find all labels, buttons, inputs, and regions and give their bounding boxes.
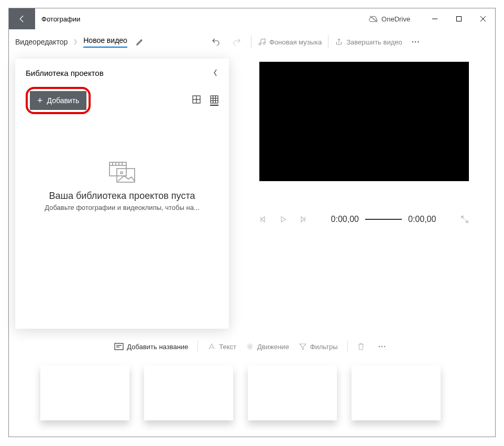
fullscreen-button[interactable] [461,215,469,224]
minimize-button[interactable] [423,8,447,29]
close-icon [480,16,486,22]
svg-point-8 [414,41,415,42]
add-highlight: + Добавить [26,87,91,114]
view-small-button[interactable] [210,95,218,106]
chevron-right-icon [73,38,78,46]
maximize-button[interactable] [447,8,471,29]
onedrive-status[interactable]: OneDrive [369,15,410,23]
text-icon [207,342,216,351]
maximize-icon [456,16,462,22]
storyboard-slot[interactable] [144,365,233,420]
close-button[interactable] [471,8,495,29]
motion-icon [246,342,254,351]
back-button[interactable] [9,8,35,29]
svg-point-9 [418,41,419,42]
minimize-icon [432,16,438,22]
more-button[interactable] [411,37,423,47]
redo-button[interactable] [232,37,245,47]
library-panel: Библиотека проектов + Добавить [15,59,229,329]
storyboard-toolbar: Добавить название Текст Движение Фильтры [9,335,495,358]
collapse-button[interactable] [212,68,218,77]
text-label: Текст [219,343,236,351]
motion-label: Движение [257,343,289,351]
app-window: Фотографии OneDrive Видеоредактор Новое … [8,8,496,437]
finish-label: Завершить видео [346,38,402,46]
toolbar-separator [328,35,328,49]
seek-bar[interactable] [365,219,402,220]
add-title-label: Добавить название [127,343,188,351]
pencil-icon [136,38,144,46]
edit-name-button[interactable] [136,38,144,46]
cloud-off-icon [369,15,378,23]
export-icon [335,38,343,46]
filters-label: Фильтры [310,343,338,351]
play-icon [279,216,287,223]
add-button[interactable]: + Добавить [30,91,86,110]
storyboard-slot[interactable] [248,365,337,420]
svg-rect-28 [115,343,123,350]
text-button[interactable]: Текст [207,342,236,351]
delete-button[interactable] [357,342,368,351]
svg-rect-18 [109,162,126,176]
titlebar: Фотографии OneDrive [9,8,495,29]
svg-point-32 [378,346,379,347]
play-button[interactable] [279,216,287,223]
ellipsis-icon [377,342,387,351]
svg-point-5 [259,43,261,45]
storyboard [9,358,495,437]
view-toggles [192,95,218,106]
grid-small-icon [210,95,218,104]
time-display: 0:00,00 0:00,00 [331,215,436,224]
empty-subtitle: Добавьте фотографии и видеоклипы, чтобы … [45,204,199,211]
main-area: Библиотека проектов + Добавить [9,54,495,335]
total-time: 0:00,00 [408,215,436,224]
bg-music-label: Фоновая музыка [269,38,322,46]
title-card-icon [114,343,124,350]
storyboard-slot[interactable] [40,365,129,420]
svg-point-6 [263,42,265,44]
svg-point-31 [249,345,251,348]
svg-point-25 [120,172,123,174]
empty-media-icon [108,161,136,183]
view-large-button[interactable] [192,95,201,106]
svg-rect-2 [457,17,462,21]
breadcrumb-root[interactable]: Видеоредактор [15,38,68,46]
sb-separator [198,341,198,352]
motion-button[interactable]: Движение [246,342,289,351]
app-title: Фотографии [41,15,80,23]
svg-rect-13 [211,96,218,103]
plus-icon: + [37,95,43,106]
prev-frame-button[interactable] [259,216,267,223]
sb-more-button[interactable] [377,342,390,351]
step-back-icon [259,216,267,223]
toolbar-separator [251,35,251,49]
storyboard-slot[interactable] [352,365,441,420]
library-header: Библиотека проектов [26,68,218,77]
empty-state: Ваша библиотека проектов пуста Добавьте … [26,161,218,319]
filters-icon [299,342,307,351]
onedrive-label: OneDrive [381,15,410,23]
redo-icon [232,37,242,47]
empty-title: Ваша библиотека проектов пуста [49,191,195,202]
step-forward-icon [299,216,306,223]
filters-button[interactable]: Фильтры [299,342,338,351]
library-controls: + Добавить [26,87,218,114]
current-time: 0:00,00 [331,215,359,224]
fullscreen-icon [461,215,469,224]
player-controls: 0:00,00 0:00,00 [259,215,469,224]
preview-canvas[interactable] [259,62,469,181]
toolbar: Видеоредактор Новое видео Фоновая музыка… [9,29,495,54]
music-icon [258,38,266,46]
project-name[interactable]: Новое видео [83,36,127,48]
arrow-left-icon [17,14,27,24]
add-title-button[interactable]: Добавить название [114,343,188,351]
finish-video-button[interactable]: Завершить видео [335,38,402,46]
next-frame-button[interactable] [299,216,306,223]
svg-point-34 [384,346,385,347]
preview-area: 0:00,00 0:00,00 [229,54,489,335]
undo-button[interactable] [211,37,224,47]
library-title: Библиотека проектов [26,69,104,77]
bg-music-button[interactable]: Фоновая музыка [258,38,322,46]
add-label: Добавить [47,96,80,105]
trash-icon [357,342,365,351]
